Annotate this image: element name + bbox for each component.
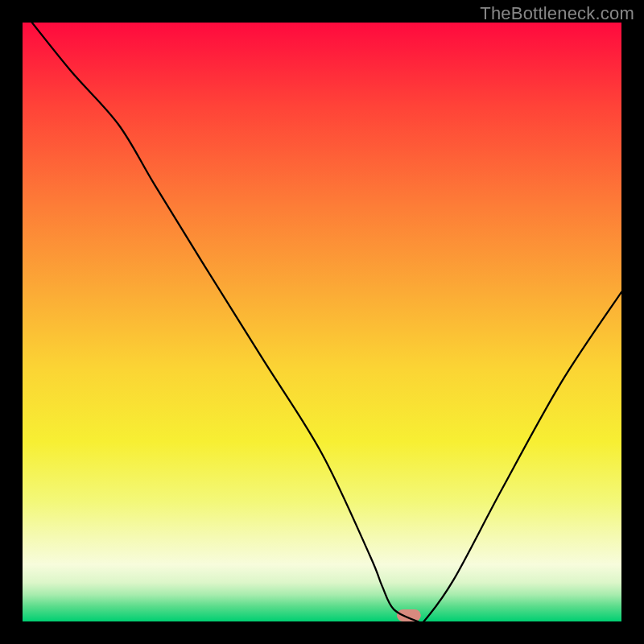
chart-svg (23, 23, 621, 621)
chart-frame: TheBottleneck.com (0, 0, 644, 644)
watermark-text: TheBottleneck.com (480, 3, 634, 24)
minimum-marker (397, 609, 421, 621)
plot-area (23, 23, 621, 621)
gradient-background (23, 23, 621, 621)
